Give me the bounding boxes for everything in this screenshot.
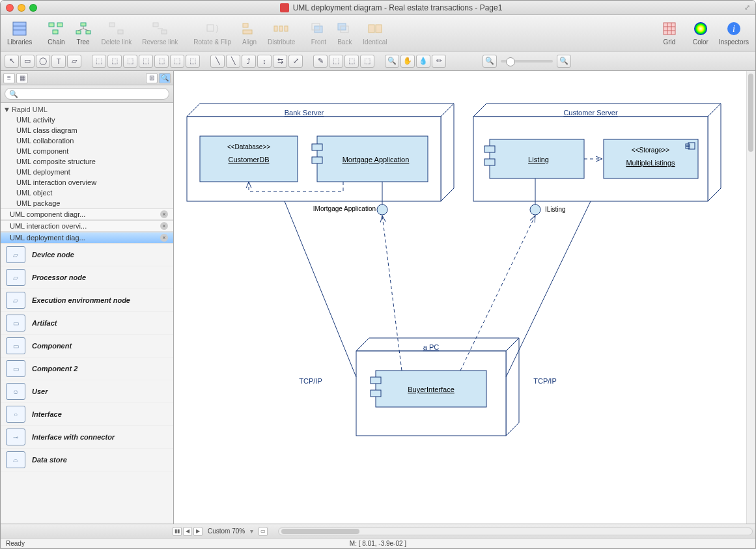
connector-tool-2[interactable]: ⬚ [107, 55, 122, 68]
zoom-tool[interactable]: 🔍 [385, 55, 399, 68]
close-tab-icon[interactable]: × [160, 234, 168, 242]
zoom-window-button[interactable] [29, 4, 37, 12]
customerdb-component[interactable]: <<Database>> CustomerDB [200, 136, 298, 182]
library-tab[interactable]: UML component diagr...× [1, 208, 173, 220]
tree-item[interactable]: UML interaction overview [1, 177, 173, 188]
sidebar-view-2[interactable]: ▦ [16, 73, 28, 83]
inspectors-icon: i [726, 21, 742, 36]
edit-tool-2[interactable]: ⬚ [329, 55, 343, 68]
libraries-button[interactable]: Libraries [7, 21, 32, 46]
line-tool-2[interactable]: ╲ [226, 55, 240, 68]
connector-tool-6[interactable]: ⬚ [170, 55, 184, 68]
edit-tool-4[interactable]: ⬚ [360, 55, 374, 68]
mortgage-component[interactable]: Mortgage Application [312, 136, 428, 182]
page-prev-icon[interactable]: ▶ [193, 527, 203, 536]
tree-item[interactable]: UML deployment [1, 167, 173, 177]
shape-item[interactable]: ▭Component [1, 335, 173, 358]
shape-tool[interactable]: ▱ [67, 55, 81, 68]
line-tool-1[interactable]: ╲ [210, 55, 225, 68]
color-button[interactable]: Color [693, 21, 708, 46]
connector-tool-1[interactable]: ⬚ [92, 55, 106, 68]
pointer-tool[interactable]: ↖ [5, 55, 19, 68]
sidebar-view-1[interactable]: ≡ [3, 73, 15, 83]
search-input[interactable] [21, 90, 165, 98]
svg-point-45 [377, 204, 387, 215]
ellipse-tool[interactable]: ◯ [36, 55, 50, 68]
tree-button[interactable]: Tree [76, 21, 91, 46]
canvas-scrollbar-vertical[interactable] [746, 71, 755, 524]
search-box[interactable]: 🔍 [5, 88, 169, 100]
shape-item[interactable]: ○Interface [1, 403, 173, 426]
page-first-icon[interactable]: ◀ [183, 527, 192, 536]
align-button[interactable]: Align [242, 21, 257, 46]
fullscreen-icon[interactable]: ⤢ [738, 3, 750, 12]
reverse-link-button[interactable]: Reverse link [142, 21, 178, 46]
delete-link-icon [109, 21, 124, 36]
svg-text:BuyerInterface: BuyerInterface [408, 386, 455, 393]
identical-button[interactable]: Identical [363, 21, 387, 46]
zoom-in-icon[interactable]: 🔍 [557, 55, 571, 68]
tree-item[interactable]: UML activity [1, 115, 173, 125]
tree-item[interactable]: UML composite structure [1, 156, 173, 167]
shape-item[interactable]: ⊸Interface with connector [1, 426, 173, 449]
tree-item[interactable]: UML component [1, 146, 173, 156]
edit-tool-1[interactable]: ✎ [313, 55, 328, 68]
multiple-listings-component[interactable]: <<Storage>> MultipleListings [604, 139, 698, 178]
zoom-out-icon[interactable]: 🔍 [483, 55, 497, 68]
page-tab-button[interactable]: ▭ [259, 527, 268, 536]
rotate-flip-button[interactable]: Rotate & Flip [193, 21, 231, 46]
grid-button[interactable]: Grid [662, 21, 677, 46]
tree-item[interactable]: UML collaboration [1, 135, 173, 146]
shape-item[interactable]: ▭Artifact [1, 312, 173, 335]
buyer-interface-component[interactable]: BuyerInterface [371, 371, 486, 407]
page-pause-icon[interactable]: ▮▮ [173, 527, 182, 536]
text-tool[interactable]: T [51, 55, 66, 68]
close-tab-icon[interactable]: × [160, 222, 168, 230]
svg-text:Customer Server: Customer Server [563, 109, 617, 117]
pan-tool[interactable]: ✋ [400, 55, 415, 68]
minimize-window-button[interactable] [18, 4, 25, 12]
distribute-button[interactable]: Distribute [268, 21, 295, 46]
library-tab[interactable]: UML interaction overvi...× [1, 220, 173, 232]
connector-tool-4[interactable]: ⬚ [139, 55, 153, 68]
delete-link-button[interactable]: Delete link [102, 21, 132, 46]
line-tool-3[interactable]: ⤴ [242, 55, 256, 68]
front-button[interactable]: Front [311, 21, 326, 46]
zoom-slider[interactable] [501, 60, 553, 63]
shape-item[interactable]: ▱Processor node [1, 266, 173, 289]
shape-item[interactable]: ▱Execution environment node [1, 289, 173, 312]
shape-item[interactable]: ⌓Data store [1, 449, 173, 472]
svg-rect-0 [13, 22, 26, 35]
pencil-tool[interactable]: ✏ [432, 55, 446, 68]
line-tool-4[interactable]: ↕ [257, 55, 272, 68]
canvas-scrollbar-horizontal[interactable] [278, 528, 753, 535]
title-center: UML deployment diagram - Real estate tra… [44, 3, 738, 12]
tree-root[interactable]: ▼ Rapid UML [1, 103, 173, 115]
listing-component[interactable]: Listing [484, 139, 584, 178]
connector-tool-3[interactable]: ⬚ [123, 55, 137, 68]
chain-button[interactable]: Chain [48, 21, 64, 46]
shape-item[interactable]: ▭Component 2 [1, 358, 173, 380]
inspectors-button[interactable]: iInspectors [719, 21, 749, 46]
shape-item[interactable]: ☺User [1, 380, 173, 403]
sidebar-grid-icon[interactable]: ⊞ [146, 73, 158, 83]
tree-item[interactable]: UML class diagram [1, 125, 173, 135]
connector-tool-5[interactable]: ⬚ [154, 55, 169, 68]
connector-tool-7[interactable]: ⬚ [186, 55, 200, 68]
tree-item[interactable]: UML package [1, 198, 173, 208]
line-tool-5[interactable]: ⇆ [273, 55, 287, 68]
rect-tool[interactable]: ▭ [20, 55, 35, 68]
tree-item[interactable]: UML object [1, 188, 173, 198]
line-tool-6[interactable]: ⤢ [288, 55, 303, 68]
sidebar-search-toggle[interactable]: 🔍 [159, 73, 171, 83]
shape-item[interactable]: ▱Device node [1, 244, 173, 266]
svg-rect-66 [371, 390, 381, 397]
inspectors-label: Inspectors [719, 38, 749, 46]
eyedrop-tool[interactable]: 💧 [416, 55, 430, 68]
back-button[interactable]: Back [337, 21, 352, 46]
canvas[interactable]: Bank Server <<Database>> CustomerDB Mort… [174, 71, 755, 524]
library-tab-active[interactable]: UML deployment diag...× [1, 232, 173, 244]
close-window-button[interactable] [6, 4, 14, 12]
close-tab-icon[interactable]: × [160, 210, 168, 218]
edit-tool-3[interactable]: ⬚ [344, 55, 359, 68]
